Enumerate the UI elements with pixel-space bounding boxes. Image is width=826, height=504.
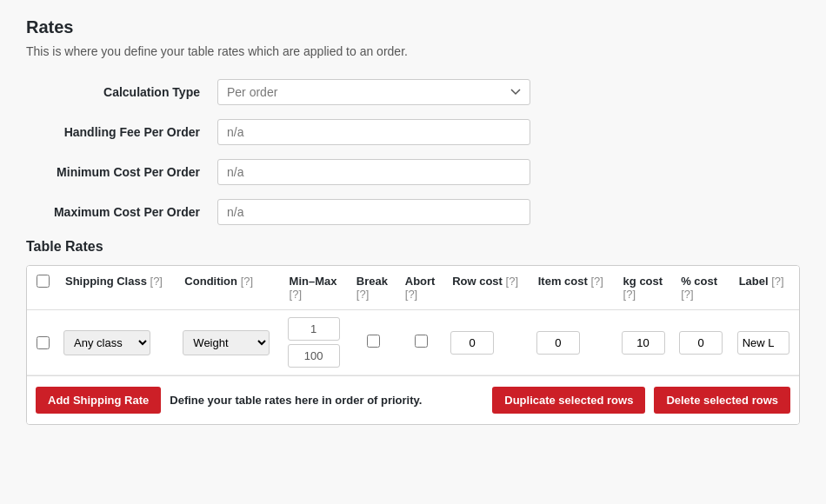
col-label: Label [?]	[732, 266, 799, 310]
row-item-cost-input[interactable]	[536, 331, 580, 355]
handling-fee-label: Handling Fee Per Order	[26, 125, 217, 139]
page-description: This is where you define your table rate…	[26, 44, 800, 58]
row-abort-cell	[398, 310, 445, 375]
col-abort: Abort [?]	[398, 266, 445, 310]
row-abort-checkbox[interactable]	[415, 335, 428, 348]
maximum-cost-input[interactable]	[217, 199, 530, 225]
row-kg-cost-cell	[616, 310, 675, 375]
footer-info-text: Define your table rates here in order of…	[170, 394, 483, 407]
row-shipping-class-cell: Any class	[58, 310, 177, 375]
col-select	[27, 266, 58, 310]
maximum-cost-label: Maximum Cost Per Order	[26, 205, 217, 219]
row-row-cost-cell	[445, 310, 531, 375]
table-rates-table: Shipping Class [?] Condition [?] Min–Max…	[27, 266, 799, 375]
row-checkbox-cell	[27, 310, 58, 375]
col-row-cost: Row cost [?]	[445, 266, 531, 310]
col-percent-cost: % cost [?]	[674, 266, 732, 310]
duplicate-selected-rows-button[interactable]: Duplicate selected rows	[492, 387, 645, 414]
page-title: Rates	[26, 17, 800, 37]
row-min-input[interactable]	[288, 317, 340, 341]
calculation-type-select[interactable]: Per order Per item Per weight Per line i…	[217, 79, 530, 105]
minimum-cost-label: Minimum Cost Per Order	[26, 165, 217, 179]
add-shipping-rate-button[interactable]: Add Shipping Rate	[36, 387, 161, 414]
row-condition-select[interactable]: Weight Price Item count	[183, 330, 270, 355]
row-percent-cost-input[interactable]	[679, 331, 723, 355]
row-break-cell	[350, 310, 398, 375]
col-kg-cost: kg cost [?]	[616, 266, 675, 310]
row-condition-cell: Weight Price Item count	[177, 310, 282, 375]
calculation-type-label: Calculation Type	[26, 85, 217, 99]
col-item-cost: Item cost [?]	[531, 266, 616, 310]
delete-selected-rows-button[interactable]: Delete selected rows	[654, 387, 790, 414]
row-max-input[interactable]	[288, 344, 340, 368]
table-row: Any class Weight Price Item count	[27, 310, 799, 375]
row-kg-cost-input[interactable]	[622, 331, 665, 355]
handling-fee-input[interactable]	[217, 119, 530, 145]
table-footer: Add Shipping Rate Define your table rate…	[27, 375, 799, 424]
table-header-row: Shipping Class [?] Condition [?] Min–Max…	[27, 266, 799, 310]
col-condition: Condition [?]	[177, 266, 282, 310]
row-label-input[interactable]	[737, 331, 789, 355]
minimum-cost-input[interactable]	[217, 159, 530, 185]
row-break-checkbox[interactable]	[367, 335, 380, 348]
col-break: Break [?]	[350, 266, 398, 310]
row-percent-cost-cell	[674, 310, 732, 375]
col-min-max: Min–Max [?]	[283, 266, 350, 310]
row-item-cost-cell	[531, 310, 616, 375]
select-all-checkbox[interactable]	[37, 275, 50, 288]
row-label-cell	[732, 310, 799, 375]
table-rates-title: Table Rates	[26, 239, 800, 255]
col-shipping-class: Shipping Class [?]	[58, 266, 177, 310]
row-min-max-cell	[283, 310, 350, 375]
row-checkbox[interactable]	[37, 336, 50, 349]
row-row-cost-input[interactable]	[450, 331, 494, 355]
table-rates-container: Shipping Class [?] Condition [?] Min–Max…	[26, 265, 800, 425]
row-shipping-class-select[interactable]: Any class	[63, 330, 150, 355]
